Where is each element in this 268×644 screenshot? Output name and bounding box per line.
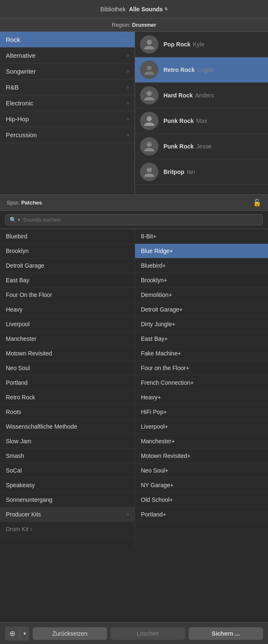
search-dropdown-arrow[interactable]: ▾: [18, 217, 20, 223]
add-dropdown-button[interactable]: ▾: [20, 628, 29, 639]
region-label: Region:: [112, 22, 130, 28]
drummer-item-poprock-kyle[interactable]: Pop Rock Kyle: [135, 32, 268, 57]
patch-item-motown-revisited-plus[interactable]: Motown Revisited+: [135, 449, 268, 463]
drummer-item-retrorock-logan[interactable]: Retro Rock Logan: [135, 57, 268, 83]
drummer-name-logan: Logan: [197, 66, 214, 73]
search-bar: 🔍 ▾: [0, 211, 268, 229]
add-icon: ⊕: [9, 629, 15, 638]
genre-item-rnb[interactable]: R&B ›: [0, 79, 135, 95]
patch-item-liverpool-plus[interactable]: Liverpool+: [135, 419, 268, 434]
chevron-right-icon: ›: [127, 53, 129, 59]
patch-item-wissenschaftliche-methode[interactable]: Wissenschaftliche Methode: [0, 419, 135, 434]
patch-item-east-bay-plus[interactable]: East Bay+: [135, 332, 268, 346]
patch-item-hifi-pop[interactable]: HiFi Pop+: [135, 405, 268, 419]
avatar-punkrock-max: [140, 112, 158, 130]
patch-item-blue-ridge[interactable]: Blue Ridge+: [135, 244, 268, 258]
patch-item-motown-revisited[interactable]: Motown Revisited: [0, 346, 135, 361]
patch-item-neo-soul[interactable]: Neo Soul: [0, 361, 135, 376]
drummer-name-wrap-kyle: Pop Rock Kyle: [163, 41, 204, 48]
track-label: Spur:: [7, 199, 20, 206]
patch-item-manchester-plus[interactable]: Manchester+: [135, 434, 268, 449]
patch-item-brooklyn[interactable]: Brooklyn: [0, 244, 135, 258]
delete-button[interactable]: Löschen: [110, 627, 185, 640]
genre-item-rock[interactable]: Rock ›: [0, 32, 135, 48]
genre-item-hiphop[interactable]: Hip-Hop ›: [0, 111, 135, 127]
region-container: Rock › Alternative › Songwriter › R&B › …: [0, 32, 268, 195]
all-sounds-dropdown[interactable]: Alle Sounds ⇅: [129, 6, 168, 13]
drummer-name-wrap-logan: Retro Rock Logan: [163, 66, 214, 73]
svg-point-4: [147, 142, 152, 147]
patch-item-portland-plus[interactable]: Portland+: [135, 507, 268, 522]
patch-item-manchester[interactable]: Manchester: [0, 332, 135, 346]
patch-item-neo-soul-plus[interactable]: Neo Soul+: [135, 463, 268, 478]
patch-item-heavy-plus[interactable]: Heavy+: [135, 390, 268, 405]
patch-item-slow-jam[interactable]: Slow Jam: [0, 434, 135, 449]
svg-point-3: [147, 116, 152, 121]
patch-item-brooklyn-plus[interactable]: Brooklyn+: [135, 273, 268, 288]
producer-kits-label: Producer Kits: [6, 511, 41, 518]
svg-rect-5: [147, 143, 151, 143]
patch-item-demolition[interactable]: Demolition+: [135, 288, 268, 302]
dropdown-arrows-icon: ⇅: [164, 7, 168, 11]
drummer-item-punkrock-max[interactable]: Punk Rock Max: [135, 108, 268, 134]
drummer-name-max: Max: [196, 118, 207, 124]
patch-item-bluebird[interactable]: Bluebird: [0, 229, 135, 244]
patch-item-smash[interactable]: Smash: [0, 449, 135, 463]
reset-button[interactable]: Zurücksetzen: [33, 627, 107, 640]
search-icon-area: 🔍 ▾: [10, 217, 20, 223]
add-button[interactable]: ⊕: [5, 626, 20, 641]
patches-left-list: Bluebird Brooklyn Detroit Garage East Ba…: [0, 229, 135, 547]
patch-item-retro-rock[interactable]: Retro Rock: [0, 390, 135, 405]
patch-item-roots[interactable]: Roots: [0, 405, 135, 419]
drummer-name-wrap-anders: Hard Rock Anders: [163, 92, 214, 99]
header: Bibliothek Alle Sounds ⇅: [0, 0, 268, 18]
region-header: Region: Drummer: [0, 18, 268, 32]
search-input[interactable]: [23, 217, 258, 223]
patch-item-fake-machine[interactable]: Fake Machine+: [135, 346, 268, 361]
patch-item-east-bay[interactable]: East Bay: [0, 273, 135, 288]
patch-item-liverpool[interactable]: Liverpool: [0, 317, 135, 332]
patch-item-socal[interactable]: SoCal: [0, 463, 135, 478]
genre-item-percussion[interactable]: Percussion ›: [0, 127, 135, 143]
drummer-item-hardrock-anders[interactable]: Hard Rock Anders: [135, 83, 268, 108]
patch-item-producer-kits[interactable]: Producer Kits ›: [0, 507, 135, 522]
chevron-right-icon: ›: [127, 511, 129, 517]
drummer-item-punkrock-jesse[interactable]: Punk Rock Jesse: [135, 134, 268, 159]
genre-item-electronic[interactable]: Electronic ›: [0, 95, 135, 111]
patch-item-old-school[interactable]: Old School+: [135, 493, 268, 507]
patch-item-portland[interactable]: Portland: [0, 376, 135, 390]
bottom-bar: ⊕ ▾ Zurücksetzen Löschen Sichern ...: [0, 622, 268, 644]
patch-item-bluebird-plus[interactable]: Bluebird+: [135, 258, 268, 273]
genre-label-rnb: R&B: [6, 84, 19, 91]
genre-item-alternative[interactable]: Alternative ›: [0, 48, 135, 64]
patch-item-8bit[interactable]: 8-Bit+: [135, 229, 268, 244]
patch-item-heavy[interactable]: Heavy: [0, 302, 135, 317]
patch-item-dirty-jungle[interactable]: Dirty Jungle+: [135, 317, 268, 332]
region-title: Drummer: [132, 22, 156, 28]
patches-right-list: 8-Bit+ Blue Ridge+ Bluebird+ Brooklyn+ D…: [135, 229, 268, 547]
save-button[interactable]: Sichern ...: [189, 627, 263, 640]
genre-label-electronic: Electronic: [6, 100, 33, 107]
patch-item-detroit-garage[interactable]: Detroit Garage: [0, 258, 135, 273]
lock-icon[interactable]: 🔓: [253, 199, 261, 207]
genre-list: Rock › Alternative › Songwriter › R&B › …: [0, 32, 135, 194]
genre-label-songwriter: Songwriter: [6, 68, 36, 75]
drum-kit-item[interactable]: Drum Kit ›: [0, 522, 135, 537]
drummer-name-ian: Ian: [187, 169, 195, 175]
patch-item-sonnenuntergang[interactable]: Sonnenuntergang: [0, 493, 135, 507]
genre-label-alternative: Alternative: [6, 52, 36, 59]
drummer-name-wrap-ian: Britpop Ian: [163, 169, 195, 175]
drummer-genre-punkrock-max: Punk Rock: [163, 118, 194, 124]
chevron-right-icon: ›: [127, 69, 129, 74]
patch-item-speakeasy[interactable]: Speakeasy: [0, 478, 135, 493]
drummer-item-britpop-ian[interactable]: Britpop Ian: [135, 159, 268, 185]
patch-item-detroit-garage-plus[interactable]: Detroit Garage+: [135, 302, 268, 317]
patch-item-four-on-the-floor-plus[interactable]: Four on the Floor+: [135, 361, 268, 376]
chevron-right-icon: ›: [127, 100, 129, 106]
patch-item-french-connection[interactable]: French Connection+: [135, 376, 268, 390]
patch-item-ny-garage[interactable]: NY Garage+: [135, 478, 268, 493]
genre-label-percussion: Percussion: [6, 131, 37, 138]
patch-item-four-on-the-floor[interactable]: Four On the Floor: [0, 288, 135, 302]
genre-item-songwriter[interactable]: Songwriter ›: [0, 64, 135, 79]
header-library-label: Bibliothek: [100, 6, 126, 13]
